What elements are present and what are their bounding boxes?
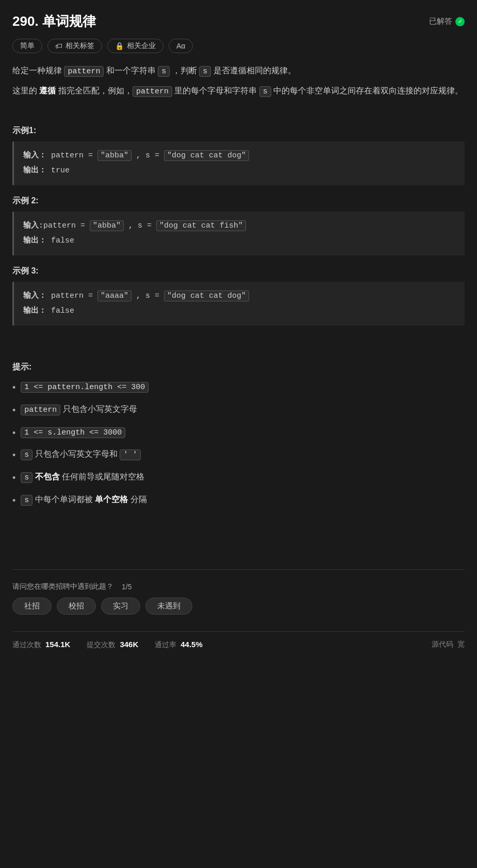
stat-submit-value: 346K	[120, 640, 138, 649]
example-3-input: 输入： pattern = "aaaa" , s = "dog cat cat …	[23, 289, 455, 304]
hint-1-code: 1 <= pattern.length <= 300	[21, 382, 149, 393]
hint-2-code: pattern	[21, 405, 60, 415]
hints-title: 提示:	[12, 362, 465, 373]
hint-item-5: • s 不包含 任何前导或尾随对空格	[12, 470, 465, 486]
hint-4-code-space: ' '	[120, 449, 141, 460]
difficulty-tag[interactable]: 简单	[12, 39, 42, 53]
lock-icon: 🔒	[115, 42, 124, 50]
example-1-pattern-val: "abba"	[97, 150, 131, 161]
example-1-s-val: "dog cat cat dog"	[164, 150, 249, 161]
hint-5-bold: 不包含	[35, 472, 60, 481]
example-2-pattern-val: "abba"	[90, 220, 124, 231]
hint-item-1: • 1 <= pattern.length <= 300	[12, 380, 465, 395]
example-3-s-val: "dog cat cat dog"	[164, 291, 249, 301]
stat-rate-value: 44.5%	[180, 640, 203, 649]
bullet-6: •	[12, 493, 15, 508]
example-3: 示例 3: 输入： pattern = "aaaa" , s = "dog ca…	[12, 266, 465, 326]
survey-btn-campus[interactable]: 校招	[57, 598, 96, 615]
divider-1	[12, 569, 465, 570]
example-2-s-val: "dog cat cat fish"	[156, 220, 246, 231]
example-1: 示例1: 输入： pattern = "abba" , s = "dog cat…	[12, 125, 465, 185]
hints-section: 提示: • 1 <= pattern.length <= 300 • patte…	[12, 362, 465, 516]
stat-submit-count: 提交次数 346K	[87, 640, 138, 650]
bullet-4: •	[12, 448, 15, 463]
survey-section: 请问您在哪类招聘中遇到此题？ 1/5 社招 校招 实习 未遇到	[12, 582, 465, 615]
tags-row: 简单 🏷 相关标签 🔒 相关企业 Aα	[12, 39, 465, 53]
hint-6-code-s: s	[21, 495, 32, 506]
code-s2: s	[199, 66, 211, 77]
hint-3-code: 1 <= s.length <= 3000	[21, 427, 125, 438]
solved-badge: 已解答 ✓	[429, 17, 465, 26]
related-companies-tag[interactable]: 🔒 相关企业	[107, 39, 163, 53]
code-s3: s	[259, 86, 271, 97]
survey-btn-none[interactable]: 未遇到	[145, 598, 192, 615]
page-header: 290. 单词规律 已解答 ✓	[12, 12, 465, 30]
stats-footer: 通过次数 154.1K 提交次数 346K 通过率 44.5% 源代码 宽	[12, 631, 465, 658]
desc-line1: 给定一种规律 pattern 和一个字符串 s ，判断 s 是否遵循相同的规律。	[12, 63, 465, 78]
example-1-input: 输入： pattern = "abba" , s = "dog cat cat …	[23, 149, 455, 164]
example-3-title: 示例 3:	[12, 266, 465, 277]
page-title: 290. 单词规律	[12, 12, 96, 30]
survey-question-text: 请问您在哪类招聘中遇到此题？	[12, 582, 113, 591]
example-2: 示例 2: 输入:pattern = "abba" , s = "dog cat…	[12, 196, 465, 255]
bullet-5: •	[12, 471, 15, 486]
survey-btn-intern[interactable]: 实习	[101, 598, 140, 615]
example-1-title: 示例1:	[12, 125, 465, 136]
example-2-input: 输入:pattern = "abba" , s = "dog cat cat f…	[23, 219, 455, 234]
hint-item-3: • 1 <= s.length <= 3000	[12, 425, 465, 441]
example-2-title: 示例 2:	[12, 196, 465, 206]
bullet-1: •	[12, 380, 15, 395]
problem-description: 给定一种规律 pattern 和一个字符串 s ，判断 s 是否遵循相同的规律。…	[12, 63, 465, 104]
survey-counter: 1/5	[122, 583, 131, 591]
hint-6-bold: 单个空格	[95, 495, 128, 504]
stat-pass-label: 通过次数	[12, 640, 41, 650]
code-pattern: pattern	[64, 66, 104, 77]
stat-pass-rate: 通过率 44.5%	[155, 640, 203, 650]
example-3-code: 输入： pattern = "aaaa" , s = "dog cat cat …	[12, 282, 465, 326]
hint-4-code-s: s	[21, 449, 32, 460]
desc-line2: 这里的 遵循 指完全匹配，例如，pattern 里的每个字母和字符串 s 中的每…	[12, 84, 465, 99]
example-3-output: 输出： false	[23, 304, 455, 319]
stat-pass-count: 通过次数 154.1K	[12, 640, 70, 650]
example-1-code: 输入： pattern = "abba" , s = "dog cat cat …	[12, 141, 465, 185]
survey-question-row: 请问您在哪类招聘中遇到此题？ 1/5	[12, 582, 465, 591]
hints-list: • 1 <= pattern.length <= 300 • pattern 只…	[12, 380, 465, 508]
survey-buttons: 社招 校招 实习 未遇到	[12, 598, 465, 615]
hint-5-code-s: s	[21, 472, 32, 483]
code-s: s	[158, 66, 170, 77]
tag-icon: 🏷	[55, 42, 62, 50]
font-size-tag[interactable]: Aα	[169, 39, 193, 53]
code-pattern2: pattern	[133, 86, 172, 97]
stat-pass-value: 154.1K	[45, 640, 70, 649]
stat-submit-label: 提交次数	[87, 640, 116, 650]
example-3-pattern-val: "aaaa"	[97, 291, 131, 301]
bullet-2: •	[12, 403, 15, 418]
example-1-output: 输出： true	[23, 164, 455, 179]
hint-item-4: • s 只包含小写英文字母和 ' '	[12, 447, 465, 463]
bullet-3: •	[12, 426, 15, 441]
source-code-link[interactable]: 源代码 宽	[432, 640, 465, 649]
stats-group: 通过次数 154.1K 提交次数 346K 通过率 44.5%	[12, 640, 203, 650]
bold-follow: 遵循	[39, 86, 56, 95]
solved-check-icon: ✓	[455, 17, 465, 26]
example-2-code: 输入:pattern = "abba" , s = "dog cat cat f…	[12, 212, 465, 255]
survey-btn-social[interactable]: 社招	[12, 598, 52, 615]
stat-rate-label: 通过率	[155, 640, 176, 650]
related-tags-tag[interactable]: 🏷 相关标签	[47, 39, 102, 53]
hint-item-6: • s 中每个单词都被 单个空格 分隔	[12, 493, 465, 508]
hint-item-2: • pattern 只包含小写英文字母	[12, 403, 465, 418]
example-2-output: 输出： false	[23, 234, 455, 249]
